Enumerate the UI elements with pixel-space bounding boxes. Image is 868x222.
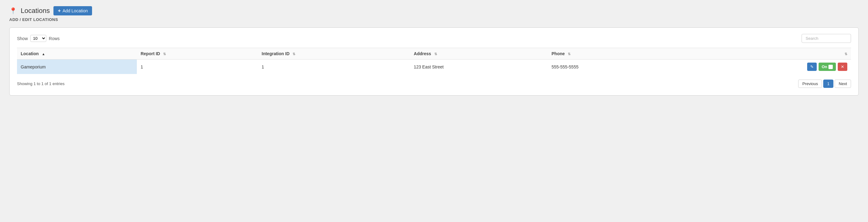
- rows-select[interactable]: 10 5 25 50 100: [30, 35, 46, 42]
- previous-button[interactable]: Previous: [798, 79, 822, 88]
- sort-icon-integration-id: ⇅: [292, 52, 295, 56]
- locations-table: Location ▲ Report ID ⇅ Integration ID ⇅ …: [17, 48, 851, 74]
- main-card: Show 10 5 25 50 100 Rows Location ▲ Repo…: [9, 28, 859, 96]
- cell-address: 123 East Street: [410, 60, 548, 74]
- show-rows-control: Show 10 5 25 50 100 Rows: [17, 35, 60, 42]
- col-address-label: Address: [414, 51, 431, 56]
- col-integration-id-label: Integration ID: [261, 51, 289, 56]
- table-row: Gameporium 1 1 123 East Street 555-555-5…: [17, 60, 851, 74]
- sort-icon-phone: ⇅: [568, 52, 570, 56]
- cell-location: Gameporium: [17, 60, 137, 74]
- rows-label: Rows: [49, 36, 60, 41]
- toggle-switch-indicator: [829, 65, 833, 69]
- pagination: Previous 1 Next: [798, 79, 851, 88]
- col-phone-label: Phone: [552, 51, 565, 56]
- action-buttons: ✎ On ✕: [679, 63, 847, 71]
- table-controls: Show 10 5 25 50 100 Rows: [17, 34, 851, 43]
- page-1-button[interactable]: 1: [823, 79, 833, 88]
- cell-report-id: 1: [137, 60, 258, 74]
- delete-button[interactable]: ✕: [838, 63, 847, 71]
- table-header-row: Location ▲ Report ID ⇅ Integration ID ⇅ …: [17, 48, 851, 60]
- table-footer: Showing 1 to 1 of 1 entries Previous 1 N…: [17, 79, 851, 88]
- col-report-id-label: Report ID: [141, 51, 160, 56]
- sort-icon-actions: ⇅: [844, 52, 847, 56]
- toggle-button[interactable]: On: [818, 63, 836, 71]
- page-header: 📍 Locations + Add Location: [9, 6, 859, 15]
- plus-icon: +: [58, 8, 61, 13]
- col-phone[interactable]: Phone ⇅: [548, 48, 675, 60]
- next-button[interactable]: Next: [835, 79, 851, 88]
- sort-icon-report-id: ⇅: [163, 52, 166, 56]
- search-input[interactable]: [802, 34, 851, 43]
- col-location-label: Location: [21, 51, 39, 56]
- col-location[interactable]: Location ▲: [17, 48, 137, 60]
- edit-button[interactable]: ✎: [807, 63, 817, 71]
- sub-title: ADD / EDIT LOCATIONS: [9, 17, 859, 22]
- cell-integration-id: 1: [258, 60, 410, 74]
- entries-info: Showing 1 to 1 of 1 entries: [17, 81, 65, 86]
- add-location-button[interactable]: + Add Location: [54, 6, 92, 15]
- cell-actions: ✎ On ✕: [675, 60, 851, 74]
- show-label: Show: [17, 36, 28, 41]
- cell-phone: 555-555-5555: [548, 60, 675, 74]
- add-location-label: Add Location: [63, 8, 88, 13]
- sort-icon-location: ▲: [42, 52, 45, 56]
- edit-icon: ✎: [810, 65, 814, 69]
- location-icon: 📍: [9, 7, 17, 14]
- page-title: Locations: [21, 7, 50, 15]
- delete-icon: ✕: [841, 65, 844, 69]
- toggle-label: On: [822, 65, 827, 69]
- col-report-id[interactable]: Report ID ⇅: [137, 48, 258, 60]
- col-integration-id[interactable]: Integration ID ⇅: [258, 48, 410, 60]
- sort-icon-address: ⇅: [434, 52, 437, 56]
- col-actions: ⇅: [675, 48, 851, 60]
- col-address[interactable]: Address ⇅: [410, 48, 548, 60]
